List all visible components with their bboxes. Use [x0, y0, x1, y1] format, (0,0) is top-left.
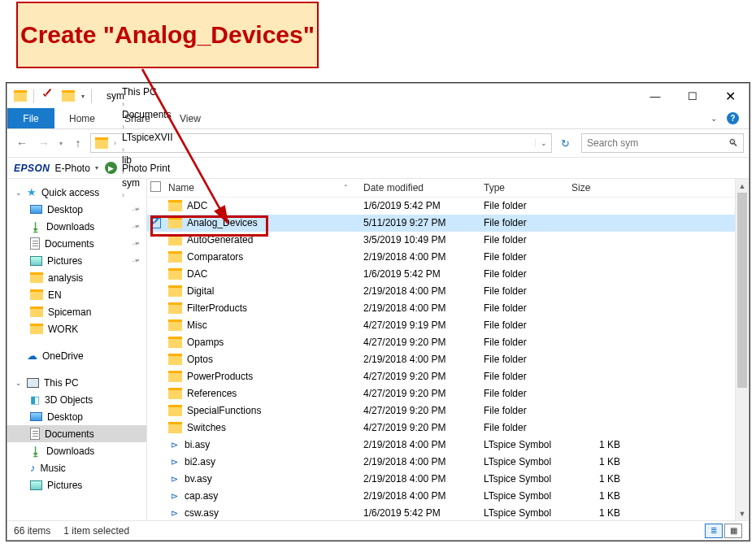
sidebar-pictures2[interactable]: Pictures	[7, 476, 146, 493]
chevron-down-icon[interactable]: ⌄	[15, 379, 22, 387]
sidebar-documents2[interactable]: Documents	[7, 425, 146, 442]
ephoto-label[interactable]: E-Photo	[55, 163, 90, 174]
row-date: 1/6/2019 5:42 PM	[363, 507, 484, 519]
ltspice-symbol-icon: ⊳	[168, 439, 180, 450]
table-row[interactable]: ⊳bi2.asy2/19/2018 4:00 PMLTspice Symbol1…	[147, 454, 735, 471]
view-details-button[interactable]: ≣	[705, 524, 723, 538]
sidebar-item-label: Desktop	[47, 204, 83, 215]
row-date: 4/27/2019 9:20 PM	[363, 337, 484, 348]
photoprint-label[interactable]: Photo Print	[122, 163, 170, 174]
select-all-checkbox[interactable]	[150, 181, 161, 192]
table-row[interactable]: FilterProducts2/19/2018 4:00 PMFile fold…	[147, 300, 735, 317]
table-row[interactable]: Switches4/27/2019 9:20 PMFile folder	[147, 419, 735, 437]
sidebar-3dobjects[interactable]: ◧3D Objects	[7, 391, 146, 408]
col-name[interactable]: Name⌃	[168, 182, 363, 193]
download-icon: ⭳	[30, 220, 41, 233]
col-date[interactable]: Date modified	[363, 182, 484, 193]
minimize-button[interactable]: —	[637, 84, 674, 108]
row-date: 3/5/2019 10:49 PM	[363, 234, 484, 246]
search-input[interactable]	[587, 137, 728, 149]
table-row[interactable]: Optos2/19/2018 4:00 PMFile folder	[147, 351, 735, 368]
refresh-button[interactable]: ↻	[554, 134, 576, 152]
ribbon-collapse-icon[interactable]: ⌄	[710, 114, 717, 123]
sidebar-documents[interactable]: Documents📌︎	[7, 235, 146, 252]
row-name: Optos	[187, 354, 213, 365]
status-count: 66 items	[14, 525, 50, 537]
highlight-rect	[150, 215, 268, 237]
folder-icon	[168, 319, 182, 331]
qat-folder-icon[interactable]	[62, 90, 75, 102]
sidebar-quick-access[interactable]: ⌄ ★ Quick access	[7, 184, 146, 201]
nav-history-dropdown[interactable]: ▾	[56, 140, 66, 147]
table-row[interactable]: ⊳csw.asy1/6/2019 5:42 PMLTspice Symbol1 …	[147, 505, 735, 520]
sidebar-music[interactable]: ♪Music	[7, 459, 146, 476]
sidebar-desktop2[interactable]: Desktop	[7, 408, 146, 425]
ribbon-home-tab[interactable]: Home	[54, 108, 110, 128]
row-date: 2/19/2018 4:00 PM	[363, 251, 484, 263]
table-row[interactable]: DAC1/6/2019 5:42 PMFile folder	[147, 266, 735, 283]
breadcrumb-item[interactable]: LTspiceXVII	[119, 132, 172, 143]
sidebar-item-label: Music	[41, 463, 66, 474]
table-row[interactable]: SpecialFunctions4/27/2019 9:20 PMFile fo…	[147, 402, 735, 419]
row-date: 2/19/2018 4:00 PM	[363, 285, 484, 297]
breadcrumb-sep[interactable]: ›	[119, 100, 127, 108]
table-row[interactable]: References4/27/2019 9:20 PMFile folder	[147, 385, 735, 402]
scroll-thumb[interactable]	[737, 193, 747, 388]
row-type: File folder	[484, 217, 571, 228]
breadcrumb-bar[interactable]: › This PC›Documents›LTspiceXVII›lib›sym›…	[90, 133, 552, 153]
column-headers: Name⌃ Date modified Type Size	[147, 179, 735, 198]
ribbon-file-tab[interactable]: File	[7, 108, 54, 128]
breadcrumb-item[interactable]: Documents	[119, 109, 172, 120]
table-row[interactable]: Opamps4/27/2019 9:20 PMFile folder	[147, 334, 735, 351]
sidebar-onedrive[interactable]: ›☁OneDrive	[7, 347, 146, 364]
sidebar-thispc[interactable]: ⌄This PC	[7, 374, 146, 391]
view-icons-button[interactable]: ▦	[724, 524, 742, 538]
col-type[interactable]: Type	[484, 182, 571, 193]
ltspice-symbol-icon: ⊳	[168, 473, 180, 485]
qat-dropdown-icon[interactable]: ▾	[81, 93, 85, 100]
sidebar-spiceman[interactable]: Spiceman	[7, 303, 146, 320]
address-dropdown-icon[interactable]: ⌄	[535, 139, 551, 147]
scroll-up-button[interactable]: ▲	[736, 179, 749, 193]
nav-back-button[interactable]: ←	[12, 133, 32, 153]
col-size[interactable]: Size	[571, 182, 653, 193]
table-row[interactable]: Digital2/19/2018 4:00 PMFile folder	[147, 283, 735, 300]
table-row[interactable]: Misc4/27/2019 9:19 PMFile folder	[147, 317, 735, 334]
table-row[interactable]: Comparators2/19/2018 4:00 PMFile folder	[147, 249, 735, 266]
row-type: LTspice Symbol	[484, 439, 571, 450]
qat-check-icon[interactable]	[41, 89, 55, 103]
chevron-down-icon[interactable]: ⌄	[15, 189, 22, 197]
breadcrumb-sep[interactable]: ›	[119, 146, 127, 154]
search-icon[interactable]: 🔍︎	[728, 137, 738, 149]
sidebar-pictures[interactable]: Pictures📌︎	[7, 252, 146, 269]
close-button[interactable]: ✕	[711, 84, 749, 108]
row-type: LTspice Symbol	[484, 507, 571, 519]
nav-forward-button[interactable]: →	[34, 133, 54, 153]
table-row[interactable]: PowerProducts4/27/2019 9:20 PMFile folde…	[147, 368, 735, 385]
nav-up-button[interactable]: ↑	[68, 133, 88, 153]
breadcrumb-sep[interactable]: ›	[119, 123, 127, 131]
table-row[interactable]: ⊳bi.asy2/19/2018 4:00 PMLTspice Symbol1 …	[147, 437, 735, 454]
vertical-scrollbar[interactable]: ▲ ▼	[735, 179, 749, 520]
ephoto-dropdown-icon[interactable]: ▾	[95, 164, 98, 172]
maximize-button[interactable]: ☐	[674, 84, 711, 108]
sidebar-work[interactable]: WORK	[7, 320, 146, 337]
search-box[interactable]: 🔍︎	[581, 133, 744, 153]
sidebar-downloads[interactable]: ⭳Downloads📌︎	[7, 218, 146, 235]
pc-icon	[27, 378, 39, 388]
sidebar-downloads2[interactable]: ⭳Downloads	[7, 442, 146, 459]
photoprint-icon[interactable]: ▶	[105, 162, 117, 174]
row-type: File folder	[484, 268, 571, 280]
table-row[interactable]: ⊳cap.asy2/19/2018 4:00 PMLTspice Symbol1…	[147, 488, 735, 505]
sidebar-analysis[interactable]: analysis	[7, 269, 146, 286]
file-rows: ADC1/6/2019 5:42 PMFile folderAnalog_Dev…	[147, 198, 735, 520]
sidebar-en[interactable]: EN	[7, 286, 146, 303]
table-row[interactable]: ⊳bv.asy2/19/2018 4:00 PMLTspice Symbol1 …	[147, 471, 735, 488]
row-name: Switches	[187, 422, 226, 433]
table-row[interactable]: ADC1/6/2019 5:42 PMFile folder	[147, 198, 735, 215]
help-icon[interactable]: ?	[727, 112, 739, 124]
sidebar-desktop[interactable]: Desktop📌︎	[7, 201, 146, 218]
scroll-down-button[interactable]: ▼	[736, 506, 749, 520]
breadcrumb-sep[interactable]: ›	[111, 139, 119, 147]
breadcrumb-item[interactable]: This PC	[119, 86, 172, 98]
